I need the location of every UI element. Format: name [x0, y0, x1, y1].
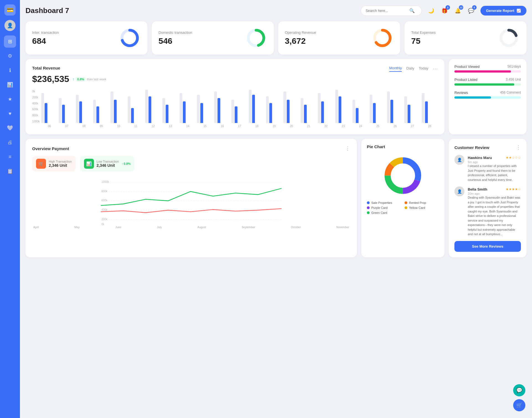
bar-gray-22	[422, 93, 424, 123]
reviewer-time-0: 5m ago	[468, 160, 521, 164]
sidebar-logo[interactable]: 💳	[4, 4, 16, 16]
overview-more-menu[interactable]: ⋮	[345, 145, 350, 152]
x-label-10: 16	[214, 125, 230, 128]
float-chat-button[interactable]: 💬	[513, 384, 525, 396]
bar-blue-11	[235, 106, 237, 123]
x-label-19: 25	[370, 125, 386, 128]
revenue-change: ↑ 0.8% than last week	[72, 77, 106, 81]
tab-monthly[interactable]: Monthly	[389, 66, 402, 72]
tab-daily[interactable]: Daily	[406, 66, 414, 71]
generate-report-label: Generate Report	[486, 9, 514, 13]
bar-gray-8	[180, 93, 182, 123]
stat-card-inter-transaction: Inter. transaction 684	[25, 21, 147, 55]
generate-report-button[interactable]: Generate Report 📈	[480, 6, 526, 16]
donut-chart-1	[245, 27, 267, 49]
search-input[interactable]	[365, 9, 407, 13]
x-label-16: 22	[318, 125, 334, 128]
x-label-6: 12	[145, 125, 161, 128]
metrics-card: Product Viewed 561/days Product Listed 3…	[449, 59, 526, 134]
bell-btn[interactable]: 🔔 12	[453, 6, 463, 16]
bar-group-21	[404, 96, 420, 123]
sidebar-item-analytics[interactable]: 📊	[4, 79, 16, 91]
bar-group-11	[231, 100, 247, 123]
stat-label-0: Inter. transaction	[32, 30, 59, 35]
search-box[interactable]: 🔍	[361, 6, 422, 16]
sidebar-item-settings[interactable]: ⚙	[4, 50, 16, 62]
metric-value-1: 3,456 Unit	[506, 78, 521, 82]
sidebar-item-liked[interactable]: 🤍	[4, 122, 16, 134]
tab-today[interactable]: Today	[419, 66, 428, 71]
bar-blue-17	[339, 96, 341, 123]
x-label-13: 19	[266, 125, 282, 128]
content-row: Total Revenue Monthly Daily Today ⋯ $236…	[25, 59, 526, 134]
bar-blue-19	[373, 103, 376, 123]
bar-gray-1	[59, 98, 62, 123]
bar-blue-0	[45, 103, 47, 123]
low-transaction-tag: 📊 Low Transaction 2,346 Unit ↑ 0.8%	[80, 156, 135, 171]
metric-label-2: Reviews	[454, 91, 468, 95]
page-title: Dashboard 7	[25, 6, 356, 15]
reviewer-stars-0: ★★☆☆☆	[506, 156, 521, 160]
stat-label-2: Operating Revenue	[285, 30, 316, 35]
metric-label-0: Product Viewed	[454, 65, 480, 69]
pie-legend: Sale Properties Rented Prop Purple Card …	[367, 201, 439, 214]
svg-text:400k: 400k	[101, 208, 108, 211]
header-icons: 🌙 🎁 2 🔔 12 💬 5	[426, 6, 476, 16]
chat-btn[interactable]: 💬 5	[466, 6, 476, 16]
legend-dot-green	[367, 211, 370, 214]
reviewer-time-1: 20m ago	[468, 192, 521, 195]
bar-group-8	[180, 93, 196, 123]
float-cart-button[interactable]: 🛒	[513, 399, 525, 411]
bar-gray-13	[266, 96, 269, 123]
sidebar-item-favorites[interactable]: ★	[4, 93, 16, 105]
bar-group-0	[41, 93, 57, 123]
stat-card-total-expenses: Total Expenses 75	[405, 21, 526, 55]
bar-blue-3	[96, 106, 99, 123]
see-more-reviews-button[interactable]: See More Reviews	[454, 241, 521, 252]
stat-value-1: 546	[158, 36, 192, 46]
metric-bar-fill-0	[454, 70, 511, 73]
bar-gray-3	[93, 100, 96, 123]
bar-gray-17	[335, 90, 338, 123]
revenue-amount: $236,535	[32, 74, 69, 84]
pie-chart-svg	[381, 153, 425, 198]
low-transaction-icon: 📊	[84, 159, 94, 169]
sidebar-item-print[interactable]: 🖨	[4, 136, 16, 148]
sidebar-item-dashboard[interactable]: ⊞	[4, 35, 16, 48]
bar-blue-10	[218, 98, 220, 123]
line-chart-svg: 1000k 800k 600k 400k 200k 0k	[32, 176, 350, 226]
notifications-btn[interactable]: 🎁 2	[439, 6, 449, 16]
sidebar-item-menu[interactable]: ≡	[4, 151, 16, 163]
stat-label-1: Domestic transaction	[158, 30, 192, 35]
revenue-more-menu[interactable]: ⋯	[433, 66, 438, 72]
search-icon[interactable]: 🔍	[409, 8, 415, 13]
donut-chart-2	[371, 27, 393, 49]
bell-badge: 12	[459, 5, 463, 10]
bar-blue-16	[321, 101, 324, 123]
theme-toggle[interactable]: 🌙	[426, 6, 436, 16]
high-transaction-tag: 🛒 High Transaction 2,346 Unit	[32, 156, 76, 171]
stat-value-3: 75	[411, 36, 436, 46]
bar-gray-2	[76, 95, 79, 123]
sidebar-item-info[interactable]: ℹ	[4, 64, 16, 76]
review-content-1: Bella Smith ★★★★☆ 20m ago Dealing with S…	[468, 186, 521, 237]
bar-group-5	[128, 96, 144, 123]
reviews-more-menu[interactable]: ⋮	[516, 144, 521, 150]
bar-gray-4	[111, 91, 113, 123]
bar-group-19	[370, 95, 386, 123]
header: Dashboard 7 🔍 🌙 🎁 2 🔔 12 💬 5 Generate Re…	[25, 6, 526, 16]
x-label-20: 26	[387, 125, 403, 128]
sidebar-item-wishlist[interactable]: ♥	[4, 107, 16, 120]
legend-yellow-card: Yellow Card	[405, 206, 439, 209]
overview-title: Overview Payment	[32, 146, 69, 151]
avatar[interactable]: 👤	[4, 20, 16, 31]
legend-sale-properties: Sale Properties	[367, 201, 401, 204]
bar-gray-20	[387, 91, 390, 123]
x-axis-labels: 0607080910111213141516171819202122232425…	[41, 125, 438, 128]
sidebar-item-reports[interactable]: 📋	[4, 165, 16, 177]
bar-gray-19	[370, 95, 372, 123]
review-item-0: 👤 Hawkins Maru ★★☆☆☆ 5m ago I viewed a n…	[454, 155, 521, 182]
high-transaction-value: 2,346 Unit	[49, 163, 72, 168]
metrics-container: Product Viewed 561/days Product Listed 3…	[454, 65, 521, 99]
x-label-5: 11	[128, 125, 144, 128]
